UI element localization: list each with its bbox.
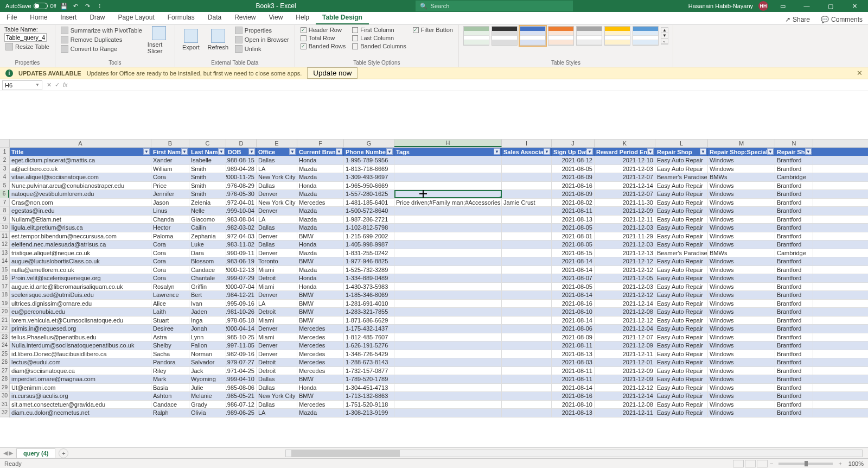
cell[interactable]: augue.id.ante@liberomaurisaliquam.co.uk bbox=[10, 283, 151, 291]
cell[interactable]: Mark bbox=[151, 375, 189, 383]
cell[interactable]: Brantford bbox=[775, 291, 813, 299]
cell[interactable]: 2021-12-14 bbox=[595, 392, 655, 400]
cell[interactable]: 2021-12-11 bbox=[595, 350, 655, 358]
cell[interactable]: Price bbox=[151, 182, 189, 190]
user-avatar[interactable]: HH bbox=[758, 1, 768, 11]
filter-dropdown-icon[interactable]: ▼ bbox=[700, 148, 706, 155]
cell[interactable]: Windows bbox=[708, 224, 775, 232]
cell[interactable]: Honda bbox=[297, 274, 344, 282]
style-thumb[interactable] bbox=[576, 26, 602, 46]
cell[interactable]: Easy Auto Repair bbox=[655, 190, 708, 198]
cell[interactable]: 2021-08-01 bbox=[552, 232, 595, 241]
cell[interactable]: Brantford bbox=[775, 274, 813, 282]
cell[interactable]: 2021-12-09 bbox=[595, 207, 655, 215]
cell[interactable]: Ashton bbox=[151, 392, 189, 400]
cell[interactable] bbox=[394, 190, 502, 198]
cell[interactable]: Windows bbox=[708, 409, 775, 417]
cell[interactable] bbox=[394, 375, 502, 383]
cell[interactable]: Denver bbox=[257, 341, 297, 350]
convert-range-button[interactable]: Convert to Range bbox=[60, 45, 143, 53]
filter-dropdown-icon[interactable]: ▼ bbox=[494, 148, 500, 155]
cell[interactable]: Windows bbox=[708, 367, 775, 375]
cell[interactable]: BMW bbox=[297, 392, 344, 400]
table-name-input[interactable] bbox=[4, 33, 47, 42]
cell[interactable]: Brantford bbox=[775, 224, 813, 232]
cell[interactable]: 2021-08-03 bbox=[552, 358, 595, 366]
cell[interactable]: New York City bbox=[257, 392, 297, 400]
cell[interactable]: 2021-08-05 bbox=[552, 241, 595, 249]
row-number[interactable]: 3 bbox=[0, 165, 9, 173]
cell[interactable]: 2021-08-09 bbox=[552, 173, 595, 181]
cell[interactable]: 2021-08-09 bbox=[552, 333, 595, 341]
cell[interactable]: Miami bbox=[257, 283, 297, 291]
cell[interactable]: 2021-12-01 bbox=[595, 358, 655, 366]
cell[interactable]: Mazda bbox=[297, 409, 344, 417]
row-number[interactable]: 7 bbox=[0, 198, 9, 207]
cell[interactable] bbox=[502, 350, 552, 358]
cell[interactable]: Beamer's Paradise bbox=[655, 173, 708, 181]
cell[interactable]: Dallas bbox=[257, 241, 297, 249]
row-number[interactable]: 17 bbox=[0, 282, 9, 291]
cell[interactable]: Brantford bbox=[775, 190, 813, 198]
filter-dropdown-icon[interactable]: ▼ bbox=[767, 148, 774, 155]
row-number[interactable]: 8 bbox=[0, 207, 9, 216]
cell[interactable]: Easy Auto Repair bbox=[655, 300, 708, 308]
cell[interactable]: Easy Auto Repair bbox=[655, 401, 708, 409]
style-thumb[interactable] bbox=[492, 26, 518, 46]
cell[interactable] bbox=[394, 224, 502, 232]
table-header-cell[interactable]: First Name▼ bbox=[151, 148, 189, 156]
cell[interactable]: Mazda bbox=[297, 216, 344, 224]
cell[interactable]: Jack bbox=[189, 367, 226, 375]
cell[interactable] bbox=[502, 274, 552, 282]
sheet-nav-prev-icon[interactable]: ◀ bbox=[3, 450, 8, 457]
cell[interactable]: Windows bbox=[708, 358, 775, 366]
cell[interactable]: BMWs bbox=[708, 173, 775, 181]
cell[interactable]: Price driven;#Family man;#Accessories bbox=[394, 199, 502, 207]
cell[interactable]: 2021-08-10 bbox=[552, 401, 595, 409]
message-close-icon[interactable]: ✕ bbox=[857, 69, 863, 77]
cell[interactable]: Brantford bbox=[775, 367, 813, 375]
cell[interactable]: Toronto bbox=[257, 257, 297, 265]
cell[interactable]: Miami bbox=[257, 317, 297, 325]
cell[interactable]: 2021-08-16 bbox=[552, 182, 595, 190]
cell[interactable]: Nullam@Etiam.net bbox=[10, 216, 151, 224]
cell[interactable]: Dallas bbox=[257, 156, 297, 165]
row-number[interactable]: 31 bbox=[0, 400, 9, 409]
cell[interactable]: Dallas bbox=[257, 375, 297, 383]
row-number[interactable]: 22 bbox=[0, 325, 9, 333]
row-number[interactable]: 23 bbox=[0, 333, 9, 341]
column-header[interactable]: C bbox=[189, 140, 226, 147]
filter-dropdown-icon[interactable]: ▼ bbox=[586, 148, 593, 155]
cell[interactable]: Cailin bbox=[189, 224, 226, 232]
style-thumb[interactable] bbox=[548, 26, 574, 46]
cell[interactable]: Brantford bbox=[775, 384, 813, 392]
cell[interactable]: 1-175-432-1437 bbox=[344, 325, 394, 333]
cell[interactable]: 1997-11-05 bbox=[226, 341, 257, 350]
cell[interactable]: 2021-12-12 bbox=[595, 317, 655, 325]
cell[interactable]: 1-348-726-5429 bbox=[344, 350, 394, 358]
cell[interactable]: 2021-12-07 bbox=[595, 333, 655, 341]
cell[interactable]: Easy Auto Repair bbox=[655, 350, 708, 358]
cell[interactable]: Inga bbox=[189, 317, 226, 325]
cell[interactable]: Proin.velit@scelerisqueneque.org bbox=[10, 274, 151, 282]
cell[interactable]: 1976-05-30 bbox=[226, 190, 257, 198]
cell[interactable]: Dallas bbox=[257, 401, 297, 409]
cell[interactable]: Windows bbox=[708, 274, 775, 282]
row-number[interactable]: 10 bbox=[0, 224, 9, 232]
cell[interactable]: 1-713-132-6863 bbox=[344, 392, 394, 400]
cell[interactable]: Easy Auto Repair bbox=[655, 207, 708, 215]
cell[interactable]: Detroit bbox=[257, 274, 297, 282]
cell[interactable] bbox=[502, 375, 552, 383]
cell[interactable]: Easy Auto Repair bbox=[655, 384, 708, 392]
cell[interactable] bbox=[394, 173, 502, 181]
cell[interactable] bbox=[502, 249, 552, 257]
cell[interactable] bbox=[394, 300, 502, 308]
table-header-cell[interactable]: Repair Shop▼ bbox=[775, 148, 813, 156]
cell[interactable]: Brantford bbox=[775, 165, 813, 173]
cell[interactable]: 1-334-889-0489 bbox=[344, 274, 394, 282]
cell[interactable]: Brantford bbox=[775, 409, 813, 417]
cell[interactable]: 1-812-485-7607 bbox=[344, 333, 394, 341]
sheet-nav-next-icon[interactable]: ▶ bbox=[9, 450, 13, 457]
cell[interactable]: 2021-12-11 bbox=[595, 409, 655, 417]
table-header-cell[interactable]: Office▼ bbox=[257, 148, 297, 156]
